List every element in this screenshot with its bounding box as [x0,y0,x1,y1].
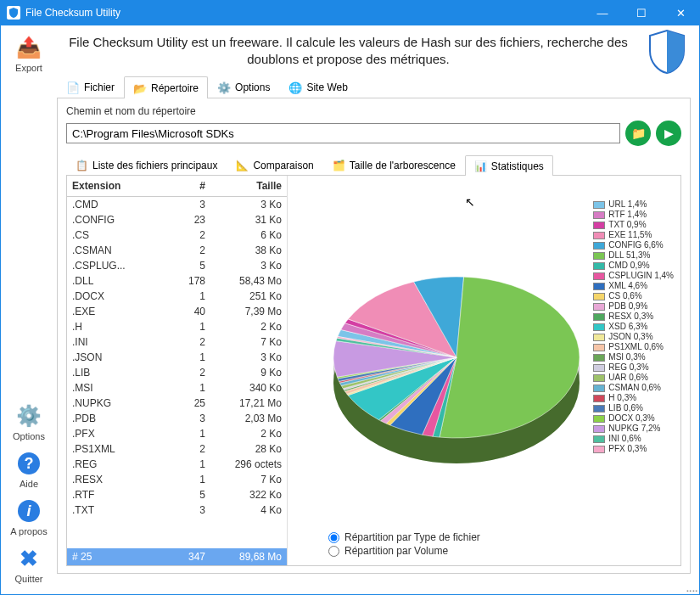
cell-size: 251 Ko [205,290,282,302]
table-row[interactable]: .CMD33 Ko [67,197,287,212]
minimize-button[interactable]: — [583,0,622,25]
table-row[interactable]: .LIB29 Ko [67,365,287,380]
cell-size: 3 Ko [205,199,282,210]
legend-label: MSI 0,3% [608,352,645,362]
legend-swatch [593,242,605,250]
legend-label: PDB 0,9% [608,301,647,312]
table-row[interactable]: .RTF5322 Ko [67,487,287,502]
list-icon: 📋 [76,160,88,171]
legend-item: URL 1,4% [593,199,674,210]
footer-count: 347 [166,551,205,563]
tab-statistiques[interactable]: 📊Statistiques [465,155,553,176]
close-button[interactable]: ✕ [661,0,700,25]
cell-count: 3 [166,504,205,516]
radio-type-input[interactable] [328,532,339,543]
cell-count: 23 [166,214,205,226]
radio-type[interactable]: Répartition par Type de fichier [328,531,480,543]
export-button[interactable]: 📤 Export [4,31,53,78]
tab-taille[interactable]: 🗂️Taille de l'arborescence [323,154,465,175]
legend-item: CMD 0,9% [593,261,674,271]
tab-liste[interactable]: 📋Liste des fichiers principaux [66,154,227,175]
table-row[interactable]: .MSI1340 Ko [67,380,287,396]
table-row[interactable]: .CS26 Ko [67,227,287,243]
tab-comparaison[interactable]: 📐Comparaison [227,154,322,175]
run-button[interactable]: ▶ [656,121,681,146]
radio-volume[interactable]: Répartition par Volume [328,545,480,557]
legend-item: H 0,3% [593,393,674,403]
table-row[interactable]: .TXT34 Ko [67,502,287,518]
radio-volume-input[interactable] [328,546,339,557]
cell-count: 1 [166,321,205,333]
legend-swatch [593,435,605,443]
cell-ext: .EXE [72,306,166,317]
about-button[interactable]: i A propos [4,494,53,542]
footer-label: # 25 [72,551,166,563]
cell-size: 7 Ko [205,336,282,348]
table-row[interactable]: .INI27 Ko [67,334,287,350]
legend-label: INI 0,6% [608,434,641,444]
shield-icon [647,29,687,75]
legend-label: PS1XML 0,6% [608,342,664,352]
cell-ext: .DOCX [72,290,166,302]
table-row[interactable]: .CONFIG2331 Ko [67,212,287,227]
table-row[interactable]: .PFX12 Ko [67,426,287,441]
table-row[interactable]: .REG1296 octets [67,457,287,472]
legend-label: UAR 0,6% [608,373,648,383]
legend-item: CSMAN 0,6% [593,383,674,393]
cell-size: 2 Ko [205,428,282,440]
cell-count: 40 [166,306,205,317]
tree-icon: 🗂️ [333,160,345,171]
table-row[interactable]: .JSON13 Ko [67,350,287,365]
browse-button[interactable]: 📁 [625,121,651,146]
cell-ext: .CS [72,229,166,241]
tab-repertoire[interactable]: 📂Répertoire [124,76,208,98]
col-count[interactable]: # [166,180,205,192]
tab-options[interactable]: ⚙️Options [208,76,279,98]
resize-grip[interactable]: ⣀⣀ [686,581,697,592]
export-icon: 📤 [15,34,42,61]
col-size[interactable]: Taille [205,180,282,192]
tab-siteweb[interactable]: 🌐Site Web [279,76,356,98]
legend-label: NUPKG 7,2% [608,424,660,434]
chart-icon: 📊 [474,160,487,172]
table-row[interactable]: .DLL17858,43 Mo [67,273,287,289]
legend-label: PFX 0,3% [608,444,647,454]
table-row[interactable]: .RESX17 Ko [67,472,287,487]
legend-label: CSPLUGIN 1,4% [608,271,674,281]
table-row[interactable]: .CSMAN238 Ko [67,243,287,258]
table-row[interactable]: .EXE407,39 Mo [67,304,287,319]
col-extension[interactable]: Extension [72,180,166,192]
cell-size: 2 Ko [205,321,282,333]
table-row[interactable]: .DOCX1251 Ko [67,289,287,304]
directory-input[interactable] [66,123,620,143]
maximize-button[interactable]: ☐ [622,0,661,25]
legend-swatch [593,395,605,402]
table-row[interactable]: .NUPKG2517,21 Mo [67,396,287,411]
legend-item: PFX 0,3% [593,444,674,454]
legend-label: CMD 0,9% [608,261,649,271]
options-button[interactable]: ⚙️ Options [4,399,53,446]
legend-item: DLL 51,3% [593,250,674,261]
sub-tabs: 📋Liste des fichiers principaux 📐Comparai… [66,154,681,176]
help-button[interactable]: ? Aide [4,446,53,494]
legend-label: REG 0,3% [608,362,648,373]
table-row[interactable]: .PDB32,03 Mo [67,411,287,426]
table-row[interactable]: .CSPLUG...53 Ko [67,258,287,273]
cell-ext: .RTF [72,489,166,501]
legend-item: DOCX 0,3% [593,413,674,424]
table-body[interactable]: .CMD33 Ko.CONFIG2331 Ko.CS26 Ko.CSMAN238… [67,197,287,548]
cell-ext: .CSPLUG... [72,260,166,272]
legend-label: EXE 11,5% [608,230,652,240]
table-row[interactable]: .PS1XML228 Ko [67,441,287,457]
export-label: Export [15,63,42,73]
table-row[interactable]: .H12 Ko [67,319,287,334]
cell-size: 17,21 Mo [205,397,282,409]
legend-item: RESX 0,3% [593,312,674,322]
folder-icon: 📂 [133,81,147,95]
quit-button[interactable]: ✖ Quitter [4,542,53,589]
tab-fichier[interactable]: 📄Fichier [57,76,124,98]
cell-count: 2 [166,336,205,348]
legend-label: CSMAN 0,6% [608,383,661,393]
info-icon: i [15,497,42,525]
footer-size: 89,68 Mo [205,551,282,563]
